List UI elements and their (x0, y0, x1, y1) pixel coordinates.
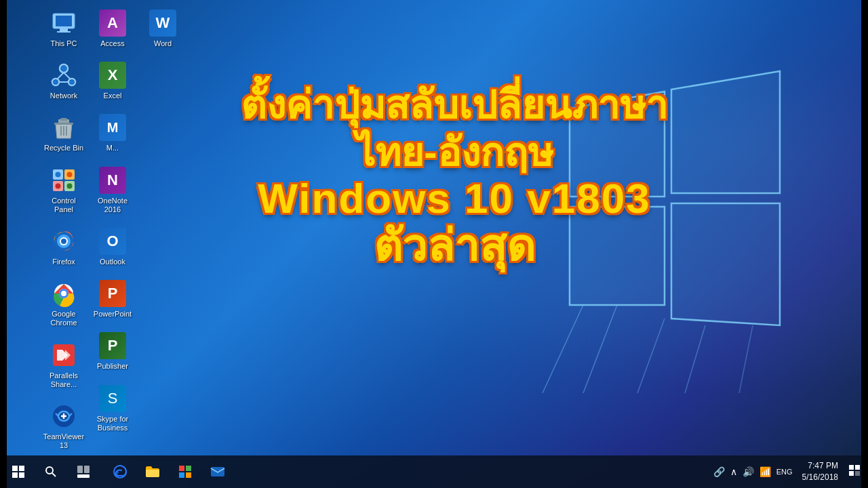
icon-label-firefox: Firefox (52, 258, 75, 266)
icon-onenote[interactable]: N OneNote 2016 (88, 163, 137, 218)
icon-label-teamviewer: TeamViewer 13 (42, 432, 85, 450)
icon-skype[interactable]: S Skype for Business (88, 381, 137, 436)
tray-chevron-icon[interactable]: ∧ (729, 465, 738, 479)
taskbar: e (0, 455, 868, 488)
overlay-line1: ตั้งค่าปุ่มสลับเปลี่ยนภาษา (136, 81, 773, 129)
icon-parallels[interactable]: Parallels Share... (39, 338, 88, 393)
taskbar-apps: e (102, 455, 707, 488)
tray-wifi-icon[interactable]: 📶 (758, 465, 772, 479)
svg-point-17 (70, 80, 74, 84)
svg-line-46 (52, 473, 56, 476)
svg-rect-8 (57, 31, 71, 33)
icon-m-partial[interactable]: M M... (88, 110, 137, 157)
taskbar-mail[interactable] (202, 455, 233, 488)
taskbar-explorer[interactable] (137, 455, 168, 488)
svg-point-29 (67, 171, 73, 177)
overlay-line2: ไทย-อังกฤษ (136, 129, 773, 176)
tray-network-icon[interactable]: 🔗 (712, 465, 726, 479)
clock-date: 5/16/2018 (802, 472, 838, 483)
icon-outlook[interactable]: O Outlook (88, 224, 137, 270)
svg-rect-41 (12, 466, 18, 471)
svg-point-15 (61, 66, 66, 71)
icon-label-access: Access (100, 39, 124, 48)
icon-google-chrome[interactable]: Google Chrome (39, 276, 88, 331)
svg-line-3 (685, 325, 705, 393)
desktop-icons-col2: A Access X Excel M M... N OneNote 2016 O (88, 5, 137, 442)
tray-volume-icon[interactable]: 🔊 (741, 465, 755, 479)
svg-point-16 (54, 80, 58, 84)
overlay-line4: ตัวล่าสุด (136, 222, 773, 270)
icon-powerpoint[interactable]: P PowerPoint (88, 276, 137, 323)
svg-rect-54 (186, 472, 191, 478)
taskbar-left (0, 455, 102, 488)
icon-excel[interactable]: X Excel (88, 58, 137, 104)
svg-point-30 (56, 183, 61, 188)
svg-rect-49 (77, 474, 90, 478)
svg-line-13 (64, 73, 71, 79)
taskbar-right: 🔗 ∧ 🔊 📶 ENG 7:47 PM 5/16/2018 (707, 460, 868, 483)
video-border-left (0, 0, 7, 488)
language-indicator[interactable]: ENG (775, 466, 794, 477)
desktop-icons-col1: This PC Network (39, 5, 88, 460)
search-button[interactable] (35, 455, 66, 488)
clock-time: 7:47 PM (808, 460, 838, 472)
icon-label-skype: Skype for Business (91, 415, 134, 432)
task-view-button[interactable] (68, 455, 99, 488)
icon-label-control-panel: Control Panel (42, 197, 85, 214)
svg-rect-43 (12, 472, 18, 478)
svg-rect-57 (855, 465, 860, 470)
svg-text:e: e (115, 469, 119, 476)
svg-rect-59 (855, 471, 860, 476)
svg-rect-53 (179, 472, 184, 478)
taskbar-store[interactable] (170, 455, 201, 488)
svg-line-0 (542, 305, 583, 393)
icon-teamviewer[interactable]: TeamViewer 13 (39, 399, 88, 454)
svg-line-1 (583, 305, 617, 393)
svg-rect-51 (179, 466, 184, 471)
svg-rect-20 (60, 118, 67, 121)
icon-publisher[interactable]: P Publisher (88, 328, 137, 375)
svg-rect-42 (19, 466, 24, 471)
svg-line-2 (637, 319, 665, 393)
svg-rect-52 (186, 466, 191, 471)
svg-rect-44 (19, 472, 24, 478)
svg-point-45 (46, 467, 53, 474)
desktop: This PC Network (0, 0, 868, 488)
icon-label-network: Network (50, 92, 77, 100)
svg-point-38 (61, 291, 66, 296)
icon-word[interactable]: W Word (138, 5, 187, 52)
svg-rect-47 (77, 466, 83, 473)
overlay-line3: Windows 10 v1803 (136, 176, 773, 222)
icon-control-panel[interactable]: Control Panel (39, 163, 88, 218)
icon-label-outlook: Outlook (100, 258, 125, 266)
taskbar-edge[interactable]: e (104, 455, 136, 488)
icon-recycle-bin[interactable]: Recycle Bin (39, 110, 88, 157)
system-clock[interactable]: 7:47 PM 5/16/2018 (800, 460, 841, 483)
svg-point-31 (67, 183, 73, 188)
icon-firefox[interactable]: Firefox (39, 224, 88, 270)
icon-network[interactable]: Network (39, 58, 88, 104)
svg-rect-6 (56, 16, 72, 26)
svg-rect-48 (84, 466, 90, 473)
system-tray: 🔗 ∧ 🔊 📶 ENG (712, 465, 794, 479)
icon-label-powerpoint: PowerPoint (94, 310, 132, 319)
icon-label-publisher: Publisher (97, 362, 128, 371)
svg-line-12 (57, 73, 64, 79)
icon-label-word: Word (154, 39, 172, 48)
overlay-text-container: ตั้งค่าปุ่มสลับเปลี่ยนภาษา ไทย-อังกฤษ Wi… (136, 81, 773, 270)
icon-word-area: W Word (138, 5, 187, 58)
svg-rect-19 (54, 123, 73, 125)
notification-center-button[interactable] (846, 462, 863, 481)
video-border-right (861, 0, 868, 488)
icon-access[interactable]: A Access (88, 5, 137, 52)
start-button[interactable] (3, 455, 34, 488)
icon-label-google-chrome: Google Chrome (42, 310, 85, 327)
svg-rect-7 (60, 28, 68, 31)
svg-point-35 (61, 239, 66, 244)
icon-this-pc[interactable]: This PC (39, 5, 88, 52)
icon-label-recycle-bin: Recycle Bin (44, 144, 83, 152)
icon-label-this-pc: This PC (50, 39, 77, 48)
svg-point-28 (56, 171, 61, 177)
icon-label-parallels: Parallels Share... (42, 371, 85, 389)
icon-label-m-partial: M... (106, 144, 119, 152)
